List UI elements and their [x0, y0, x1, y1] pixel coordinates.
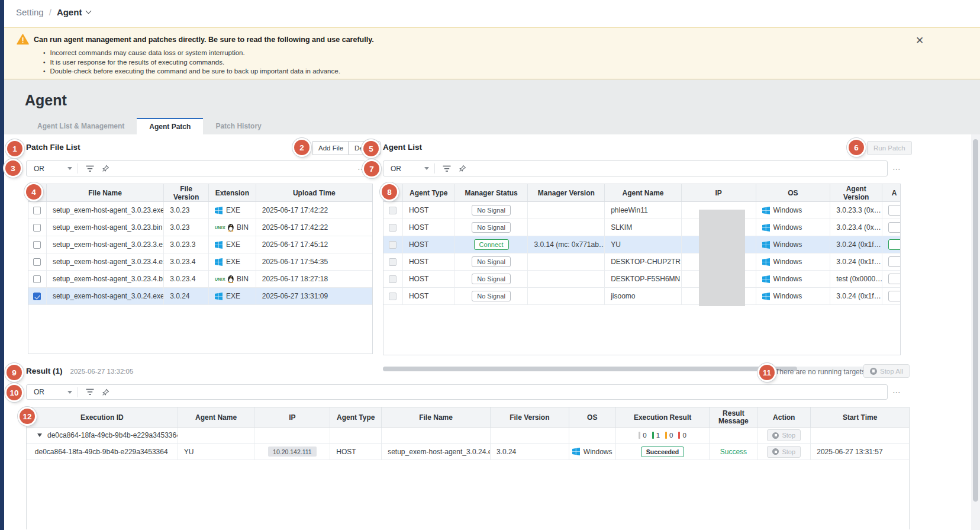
- patch-table-header: File Name File Version Extension Upload …: [28, 184, 372, 202]
- tab-agent-patch[interactable]: Agent Patch: [137, 118, 203, 134]
- pin-icon[interactable]: [102, 165, 109, 172]
- banner-bullet: Incorrect commands may cause data loss o…: [50, 49, 245, 57]
- app-window: Setting / Agent Can run agent management…: [0, 0, 980, 530]
- table-row[interactable]: setup_exem-host-agent_3.0.23.4.bin 3.0.2…: [28, 271, 372, 288]
- scrollbar-thumb[interactable]: [383, 367, 797, 371]
- status-badge: No Signal: [472, 274, 511, 284]
- result-filter-bar: OR: [26, 384, 888, 400]
- patch-file-table: File Name File Version Extension Upload …: [28, 184, 373, 354]
- col-ip[interactable]: IP: [682, 184, 756, 201]
- table-row[interactable]: HOST No Signal jisoomo Windows 3.0.24 (0…: [383, 288, 900, 305]
- agent-list-heading: Agent List: [383, 143, 422, 152]
- result-filter-operator-select[interactable]: OR: [27, 385, 78, 399]
- row-checkbox[interactable]: [33, 207, 41, 214]
- col-agent-type[interactable]: Agent Type: [403, 184, 455, 201]
- warning-banner: Can run agent management and patches dir…: [4, 27, 980, 79]
- callout-4: 4: [26, 184, 41, 200]
- vertical-scrollbar[interactable]: [971, 134, 980, 530]
- table-row[interactable]: setup_exem-host-agent_3.0.23.bin 3.0.23 …: [28, 219, 372, 236]
- col-file-name[interactable]: File Name: [47, 184, 164, 201]
- col-upload-time[interactable]: Upload Time: [256, 184, 372, 201]
- agent-filter-operator-select[interactable]: OR: [383, 161, 434, 176]
- table-row[interactable]: setup_exem-host-agent_3.0.23.exe 3.0.23 …: [28, 202, 372, 219]
- pin-icon[interactable]: [459, 165, 466, 172]
- agent-more-icon[interactable]: ⋯: [892, 164, 902, 174]
- table-row[interactable]: setup_exem-host-agent_3.0.23.4.exe 3.0.2…: [28, 253, 372, 271]
- callout-12: 12: [20, 409, 35, 424]
- pin-icon[interactable]: [102, 388, 109, 396]
- windows-icon: [762, 275, 770, 283]
- row-checkbox[interactable]: [389, 275, 396, 283]
- collapse-triangle-icon[interactable]: [37, 433, 42, 437]
- row-checkbox[interactable]: [389, 293, 396, 300]
- col-agent-name[interactable]: Agent Name: [178, 407, 255, 427]
- result-detail-row[interactable]: de0ca864-18fa-49cb-9b4b-e229a3453364 YU …: [27, 444, 909, 460]
- windows-icon: [762, 258, 770, 266]
- row-checkbox[interactable]: [33, 258, 41, 266]
- result-heading-row: Result (1) 2025-06-27 13:32:05: [26, 367, 133, 375]
- row-checkbox[interactable]: [389, 241, 396, 249]
- row-checkbox[interactable]: [33, 241, 41, 249]
- clipped-badge: [888, 291, 900, 301]
- tab-patch-history[interactable]: Patch History: [203, 118, 273, 134]
- col-agent-name[interactable]: Agent Name: [605, 184, 682, 201]
- col-manager-version[interactable]: Manager Version: [528, 184, 605, 201]
- scrollbar-thumb[interactable]: [973, 139, 978, 502]
- result-message: Success: [710, 444, 757, 460]
- col-file-name[interactable]: File Name: [382, 407, 491, 427]
- col-extension[interactable]: Extension: [209, 184, 256, 201]
- col-ip[interactable]: IP: [254, 407, 330, 427]
- table-row[interactable]: HOST No Signal SLKIM Windows 3.0.23.4 (0…: [383, 219, 900, 236]
- status-badge: No Signal: [472, 291, 511, 301]
- row-checkbox[interactable]: [33, 275, 41, 283]
- close-icon[interactable]: ✕: [915, 34, 924, 47]
- table-row-selected[interactable]: setup_exem-host-agent_3.0.24.exe 3.0.24 …: [28, 288, 372, 305]
- clipped-badge: [888, 205, 900, 216]
- clipped-badge: [888, 274, 900, 284]
- col-file-version[interactable]: File Version: [491, 407, 569, 427]
- row-checkbox[interactable]: [389, 224, 396, 232]
- windows-icon: [762, 224, 770, 232]
- table-row[interactable]: HOST No Signal DESKTOP-F5SH6MN Windows t…: [383, 271, 900, 288]
- col-clipped[interactable]: A: [882, 184, 900, 201]
- result-group-row[interactable]: de0ca864-18fa-49cb-9b4b-e229a3453364 0 1…: [27, 428, 909, 444]
- breadcrumb-current-agent[interactable]: Agent: [57, 7, 91, 17]
- row-checkbox-checked[interactable]: [33, 293, 41, 300]
- col-execution-result[interactable]: Execution Result: [616, 407, 710, 427]
- row-checkbox[interactable]: [389, 258, 396, 266]
- col-manager-status[interactable]: Manager Status: [455, 184, 528, 201]
- table-row[interactable]: HOST No Signal DESKTOP-CHUP2TR Windows 3…: [383, 253, 900, 271]
- run-patch-button[interactable]: Run Patch: [867, 141, 912, 155]
- tab-agent-list-management[interactable]: Agent List & Management: [25, 118, 137, 134]
- col-agent-type[interactable]: Agent Type: [330, 407, 382, 427]
- col-start-time[interactable]: Start Time: [811, 407, 909, 427]
- col-execution-id[interactable]: Execution ID: [27, 407, 178, 427]
- col-file-version[interactable]: File Version: [164, 184, 209, 201]
- filter-icon[interactable]: [443, 165, 451, 172]
- filter-icon[interactable]: [86, 165, 94, 172]
- row-checkbox[interactable]: [389, 207, 396, 214]
- stop-button[interactable]: Stop: [767, 429, 801, 441]
- agent-table-header: Agent Type Manager Status Manager Versio…: [383, 184, 900, 202]
- col-agent-version[interactable]: Agent Version: [830, 184, 882, 201]
- stop-button[interactable]: Stop: [767, 446, 801, 458]
- status-badge-connect: Connect: [474, 239, 509, 250]
- callout-7: 7: [364, 161, 379, 176]
- table-row[interactable]: setup_exem-host-agent_3.0.23.3.exe 3.0.2…: [28, 236, 372, 253]
- patch-filter-operator-select[interactable]: OR: [27, 161, 78, 176]
- stop-icon: [870, 368, 877, 375]
- callout-10: 10: [7, 385, 22, 400]
- result-more-icon[interactable]: ⋯: [892, 387, 902, 397]
- col-os[interactable]: OS: [756, 184, 831, 201]
- row-checkbox[interactable]: [33, 224, 41, 232]
- add-file-button[interactable]: Add File: [312, 141, 350, 155]
- col-action[interactable]: Action: [757, 407, 811, 427]
- col-os[interactable]: OS: [569, 407, 616, 427]
- tab-bar: Agent List & Management Agent Patch Patc…: [25, 118, 274, 134]
- col-result-message[interactable]: Result Message: [710, 407, 757, 427]
- filter-icon[interactable]: [86, 388, 94, 396]
- table-row[interactable]: HOST No Signal phleeWin11 Windows 3.0.23…: [383, 202, 900, 219]
- table-row-selected[interactable]: HOST Connect 3.0.14 (mc: 0x771ab… YU Win…: [383, 236, 900, 253]
- breadcrumb-setting[interactable]: Setting: [16, 7, 44, 17]
- stop-all-button[interactable]: Stop All: [863, 364, 910, 378]
